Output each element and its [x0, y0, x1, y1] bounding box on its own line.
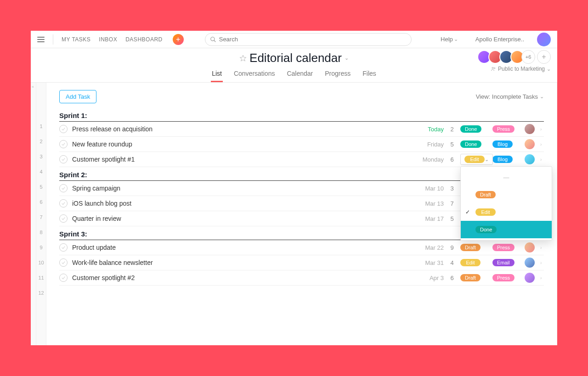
status-cell[interactable]: Draft	[460, 274, 488, 281]
collapsed-sidebar[interactable]: «	[31, 83, 36, 345]
subtask-count: 9	[448, 244, 456, 251]
visibility-menu[interactable]: Public to Marketing ⌄	[491, 66, 551, 72]
complete-task-checkbox[interactable]	[59, 155, 68, 163]
tab-calendar[interactable]: Calendar	[286, 67, 314, 82]
tab-progress[interactable]: Progress	[324, 67, 351, 82]
complete-task-checkbox[interactable]	[59, 140, 68, 148]
nav-inbox[interactable]: INBOX	[99, 36, 117, 43]
status-pill: Done	[460, 140, 481, 148]
nav-my-tasks[interactable]: MY TASKS	[62, 36, 90, 43]
open-task-caret[interactable]: ›	[540, 245, 544, 250]
type-pill: Press	[492, 244, 514, 251]
nav-dashboard[interactable]: DASHBOARD	[125, 36, 163, 43]
expand-sidebar-icon[interactable]: «	[32, 84, 34, 89]
complete-task-checkbox[interactable]	[59, 214, 68, 223]
search-input[interactable]	[219, 36, 407, 43]
section-header[interactable]: Sprint 1:	[59, 109, 544, 122]
status-option-edit[interactable]: ✓Edit	[461, 203, 552, 221]
tab-conversations[interactable]: Conversations	[233, 67, 276, 82]
row-number: 8	[36, 224, 46, 240]
status-cell[interactable]: Done	[460, 125, 488, 133]
task-row[interactable]: Press release on acquisitionToday2DonePr…	[59, 122, 544, 137]
assignee-avatar	[525, 242, 535, 253]
row-number: 1	[36, 118, 46, 134]
current-user-avatar[interactable]	[537, 33, 551, 46]
task-title: New feature roundup	[72, 140, 412, 148]
status-option-none[interactable]: —	[461, 168, 552, 186]
complete-task-checkbox[interactable]	[59, 199, 68, 208]
task-title: Spring campaign	[72, 185, 412, 192]
tab-list[interactable]: List	[211, 67, 223, 82]
assignee-avatar	[525, 258, 535, 268]
task-row[interactable]: Customer spotlight #1Monday6Edit⌄—Draft✓…	[59, 152, 544, 167]
star-icon[interactable]	[239, 55, 247, 62]
project-header: Editorial calendar ⌄ List Conversations …	[31, 48, 557, 83]
status-option-done[interactable]: Done	[461, 221, 552, 238]
chevron-down-icon: ⌄	[540, 94, 544, 100]
subtask-count: 7	[448, 200, 456, 207]
global-add-button[interactable]: +	[173, 34, 184, 45]
open-task-caret[interactable]: ›	[540, 157, 544, 162]
view-filter[interactable]: View: Incomplete Tasks ⌄	[476, 93, 544, 100]
complete-task-checkbox[interactable]	[59, 184, 68, 192]
assignee-cell[interactable]	[525, 124, 536, 134]
task-title: Quarter in review	[72, 215, 412, 222]
task-row[interactable]: New feature roundupFriday5DoneBlog›	[59, 137, 544, 152]
menu-icon[interactable]	[37, 37, 45, 42]
project-members: +6 + Public to Marketing ⌄	[480, 50, 551, 72]
type-pill: Press	[492, 274, 514, 281]
add-task-button[interactable]: Add Task	[59, 90, 96, 103]
subtask-count: 5	[448, 141, 456, 148]
tab-files[interactable]: Files	[362, 67, 377, 82]
assignee-cell[interactable]	[525, 154, 536, 164]
assignee-cell[interactable]	[525, 273, 536, 283]
task-row[interactable]: Product updateMar 229DraftPress›	[59, 240, 544, 255]
status-cell[interactable]: Done	[460, 140, 488, 148]
task-row[interactable]: Work-life balance newsletterMar 314EditE…	[59, 255, 544, 270]
type-cell[interactable]: Press	[492, 274, 520, 281]
project-title: Editorial calendar	[249, 51, 342, 65]
open-task-caret[interactable]: ›	[540, 142, 544, 147]
add-member-button[interactable]: +	[537, 50, 551, 64]
open-task-caret[interactable]: ›	[540, 260, 544, 265]
type-pill: Press	[492, 125, 514, 133]
row-number: 10	[36, 255, 46, 270]
open-task-caret[interactable]: ›	[540, 275, 544, 281]
search-box[interactable]	[205, 33, 412, 46]
assignee-cell[interactable]	[525, 139, 536, 149]
complete-task-checkbox[interactable]	[59, 125, 68, 133]
assignee-cell[interactable]	[525, 258, 536, 268]
chevron-down-icon: ⌄	[454, 36, 458, 42]
open-task-caret[interactable]: ›	[540, 127, 544, 132]
type-cell[interactable]: Press	[492, 244, 520, 251]
row-number: 12	[36, 285, 46, 300]
assignee-avatar	[525, 273, 535, 283]
more-members[interactable]: +6	[521, 50, 535, 64]
status-cell[interactable]: Edit	[460, 259, 488, 266]
status-dropdown[interactable]: Edit⌄—Draft✓EditDone	[460, 154, 493, 165]
type-pill: Blog	[492, 156, 513, 163]
status-pill: Draft	[460, 274, 481, 281]
task-due-date: Apr 3	[416, 275, 444, 281]
app-window: MY TASKS INBOX DASHBOARD + Help ⌄ Apollo…	[31, 31, 557, 345]
status-pill: Draft	[460, 244, 481, 251]
complete-task-checkbox[interactable]	[59, 274, 68, 282]
complete-task-checkbox[interactable]	[59, 243, 68, 252]
svg-point-3	[492, 67, 493, 69]
assignee-cell[interactable]	[525, 242, 536, 253]
help-menu[interactable]: Help ⌄	[441, 36, 458, 43]
complete-task-checkbox[interactable]	[59, 258, 68, 267]
project-menu-caret[interactable]: ⌄	[345, 55, 349, 61]
task-title: Press release on acquisition	[72, 125, 412, 133]
type-cell[interactable]: Blog	[492, 140, 520, 148]
type-cell[interactable]: Press	[492, 125, 520, 133]
task-row[interactable]: Customer spotlight #2Apr 36DraftPress›	[59, 270, 544, 286]
status-cell[interactable]: Edit⌄—Draft✓EditDone	[460, 154, 488, 165]
svg-point-0	[210, 37, 214, 40]
svg-point-4	[494, 67, 495, 69]
workspace-menu[interactable]: Apollo Enterprise..	[475, 36, 524, 43]
type-cell[interactable]: Email	[492, 259, 520, 266]
type-cell[interactable]: Blog	[492, 156, 520, 163]
status-cell[interactable]: Draft	[460, 244, 488, 251]
status-option-draft[interactable]: Draft	[461, 186, 552, 203]
